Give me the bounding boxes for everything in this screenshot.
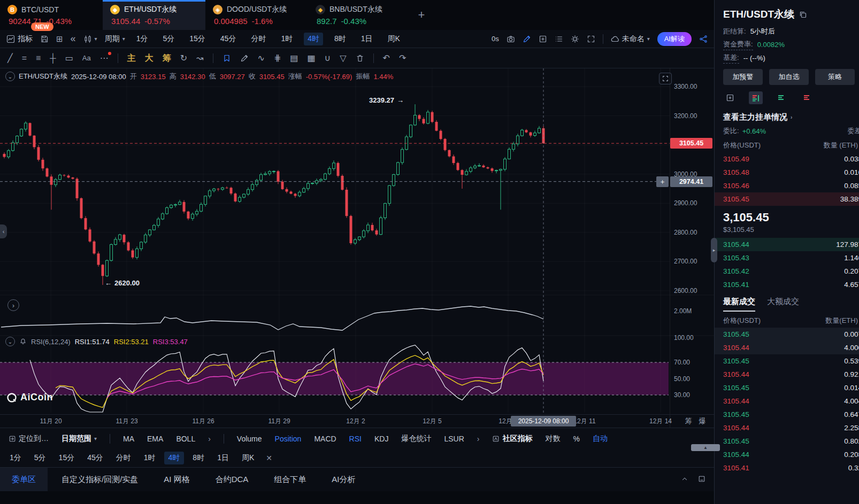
orderbook-ask-row[interactable]: 3105.490.038 [715, 152, 859, 166]
copy-icon[interactable] [799, 10, 807, 19]
bottom-tab-AI分析[interactable]: AI分析 [320, 468, 367, 491]
timeframe-8时[interactable]: 8时 [331, 33, 350, 45]
trades-tab-大额成交[interactable]: 大额成交 [767, 297, 799, 311]
timeframe-8时[interactable]: 8时 [188, 452, 209, 464]
replay-icon[interactable]: ↻ [180, 54, 187, 63]
indicator-button-Volume[interactable]: Volume [237, 435, 262, 443]
filter-icon[interactable]: ▽ [340, 54, 346, 63]
indicator-button-MACD[interactable]: MACD [314, 435, 336, 443]
timeframe-45分[interactable]: 45分 [83, 452, 108, 464]
timeframe-1日[interactable]: 1日 [357, 33, 377, 45]
rectangle-tool-icon[interactable]: ▭ [65, 54, 73, 63]
brush-tool-icon[interactable] [240, 54, 249, 63]
add-tab-button[interactable]: + [411, 0, 432, 30]
rewind-icon[interactable]: « [71, 33, 76, 44]
timeframe-分时[interactable]: 分时 [247, 33, 270, 45]
close-timeframe-row-icon[interactable]: ✕ [266, 454, 272, 462]
panel-button-策略[interactable]: 策略 [815, 69, 855, 85]
clipboard-icon[interactable]: ▤ [290, 54, 298, 63]
panel-button-加预警[interactable]: 加预警 [723, 69, 763, 85]
crosshair-drag-handle[interactable]: ＋ [656, 176, 669, 187]
layout-cloud-button[interactable]: 未命名 ▾ [611, 34, 650, 44]
timeframe-45分[interactable]: 45分 [217, 33, 240, 45]
collapse-pane-icon[interactable]: ⌄ [5, 72, 15, 81]
orderbook-ask-row[interactable]: 3105.480.016 [715, 166, 859, 179]
book-both-icon[interactable] [749, 91, 763, 104]
trade-row[interactable]: 3105.440.921 [715, 368, 859, 381]
trade-row[interactable]: 3105.410.32 [715, 461, 859, 475]
parallel-channel-tool-icon[interactable]: = [22, 54, 27, 63]
trade-row[interactable]: 3105.450.014 [715, 381, 859, 394]
timeframe-1时[interactable]: 1时 [140, 452, 160, 464]
bottom-tab-自定义指标回测实盘[interactable]: 自定义指标/回测/实盘 [50, 468, 150, 491]
timeframe-周K[interactable]: 周K [237, 452, 258, 464]
orderbook-ask-row[interactable]: 3105.4538.389 [715, 192, 859, 206]
indicator-button-%[interactable]: % [573, 435, 579, 443]
indicator-button-MA[interactable]: MA [123, 435, 134, 443]
trades-tab-最新成交[interactable]: 最新成交 [723, 297, 755, 312]
redo-icon[interactable]: ↷ [399, 54, 406, 63]
window-icon[interactable] [698, 475, 705, 484]
chip-chips[interactable]: 筹 [163, 54, 171, 63]
orderbook-bid-row[interactable]: 3105.431.146 [715, 251, 859, 265]
bottom-tab-组合下单[interactable]: 组合下单 [262, 468, 318, 491]
collapse-up-icon[interactable] [681, 475, 688, 484]
timeframe-5分[interactable]: 5分 [159, 33, 178, 45]
collapse-pane-icon[interactable]: ⌄ [5, 337, 15, 346]
horizontal-lines-tool-icon[interactable]: ≡ [36, 54, 41, 63]
indicator-button-BOLL[interactable]: BOLL [176, 435, 195, 443]
collapse-bottom-panel-button[interactable]: ▲ [691, 444, 720, 451]
indicator-button-LSUR[interactable]: LSUR [444, 435, 464, 443]
trade-row[interactable]: 3105.450.539 [715, 354, 859, 368]
freehand-tool-icon[interactable]: ∿ [258, 54, 265, 63]
timeframe-4时[interactable]: 4时 [164, 452, 185, 464]
compare-icon[interactable]: ⊞ [56, 34, 63, 44]
time-axis[interactable]: 2025-12-09 08:00 11月 2011月 2311月 2611月 2… [0, 414, 714, 428]
alert-bell-icon[interactable] [19, 338, 27, 345]
timeframe-15分[interactable]: 15分 [186, 33, 209, 45]
object-tree-icon[interactable] [555, 35, 563, 43]
timeframe-周K[interactable]: 周K [384, 33, 404, 45]
timeframe-4时[interactable]: 4时 [304, 33, 323, 45]
timeframe-分时[interactable]: 分时 [112, 452, 135, 464]
bottom-tab-委单区[interactable]: 委单区 [0, 468, 48, 491]
timeframe-1分[interactable]: 1分 [5, 452, 26, 464]
indicator-button-Position[interactable]: Position [275, 435, 302, 443]
indicator-button-KDJ[interactable]: KDJ [374, 435, 388, 443]
depth-link[interactable]: 查看主力挂单情况 › [723, 110, 859, 125]
bookmark-tool-icon[interactable] [223, 54, 231, 63]
axis-chip-筹[interactable]: 筹 [685, 416, 692, 426]
more-tools-icon[interactable]: ⋯ [100, 54, 109, 63]
text-tool-icon[interactable]: Aa [82, 55, 91, 61]
trade-row[interactable]: 3105.444.004 [715, 394, 859, 408]
indicator-button-定位到[interactable]: 定位到… [9, 434, 49, 444]
magnet-icon[interactable]: ∪ [325, 54, 331, 63]
delete-drawings-icon[interactable] [356, 54, 364, 63]
timeframe-1日[interactable]: 1日 [213, 452, 233, 464]
orderbook-bid-row[interactable]: 3105.414.657 [715, 278, 859, 291]
indicator-button-[interactable]: › [477, 435, 480, 443]
save-layout-icon[interactable] [40, 35, 49, 43]
measure-tool-icon[interactable]: ↝ [196, 54, 203, 63]
settings-gear-icon[interactable] [571, 35, 579, 43]
trade-row[interactable]: 3105.450.647 [715, 408, 859, 421]
indicator-button-日期范围[interactable]: 日期范围▾ [62, 434, 97, 444]
axis-chip-爆[interactable]: 爆 [699, 416, 706, 426]
indicator-button-自动[interactable]: 自动 [593, 434, 608, 444]
template-icon[interactable]: ▦ [307, 54, 315, 63]
orderbook-bid-row[interactable]: 3105.420.207 [715, 265, 859, 278]
chart-style-button[interactable]: ▾ [83, 35, 97, 43]
trade-row[interactable]: 3105.444.000 [715, 341, 859, 354]
trade-row[interactable]: 3105.442.258 [715, 421, 859, 435]
indicator-button[interactable]: 指标 [6, 34, 33, 44]
indicator-button-RSI[interactable]: RSI [349, 435, 362, 443]
indicator-button-对数[interactable]: 对数 [545, 434, 560, 444]
draw-icon[interactable] [523, 35, 531, 43]
timeframe-1分[interactable]: 1分 [133, 33, 152, 45]
symbol-tab-bnb[interactable]: ◆BNB/USDT永续892.7-0.43% [308, 0, 411, 30]
trendline-tool-icon[interactable]: ╱ [7, 54, 13, 63]
timeframe-5分[interactable]: 5分 [30, 452, 50, 464]
region-screenshot-icon[interactable] [659, 73, 672, 84]
indicator-button-[interactable]: › [208, 435, 211, 443]
indicator-button-爆仓统计[interactable]: 爆仓统计 [401, 434, 431, 444]
